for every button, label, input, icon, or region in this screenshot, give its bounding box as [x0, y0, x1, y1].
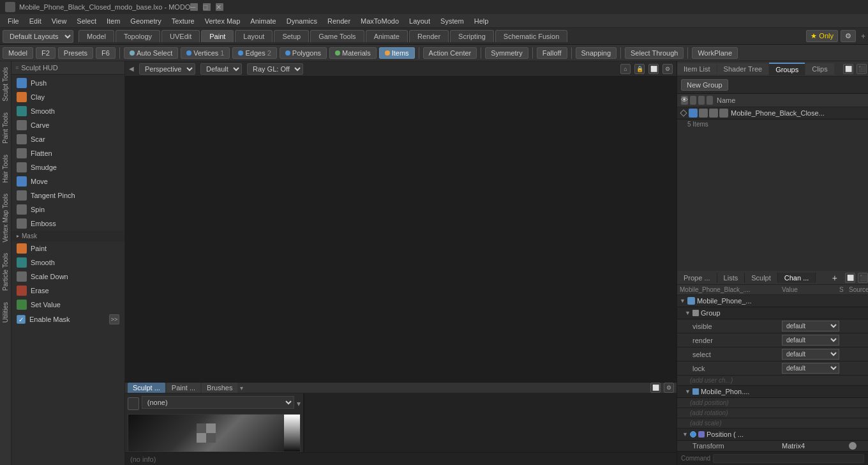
render-mode-dropdown[interactable]: Ray GL: Off: [247, 63, 303, 75]
bottom-tab-sculpt[interactable]: Sculpt ...: [128, 383, 165, 393]
props-add-button[interactable]: +: [828, 271, 841, 284]
group-eye-icon[interactable]: [689, 109, 698, 118]
menu-dynamics[interactable]: Dynamics: [281, 16, 322, 26]
view-type-dropdown[interactable]: Perspective: [139, 63, 195, 75]
select-through-btn[interactable]: Select Through: [625, 47, 684, 59]
right-tab-groups[interactable]: Groups: [769, 63, 805, 75]
side-tab-utilities[interactable]: Utilities: [0, 296, 11, 328]
menu-texture[interactable]: Texture: [167, 16, 200, 26]
close-button[interactable]: ✕: [216, 3, 223, 11]
vp-lock-btn[interactable]: 🔒: [634, 64, 645, 74]
tool-tangent-pinch[interactable]: Tangent Pinch: [11, 188, 124, 202]
menu-edit[interactable]: Edit: [24, 16, 47, 26]
tool-scar[interactable]: Scar: [11, 132, 124, 146]
tool-push[interactable]: Push: [11, 76, 124, 90]
expand-button[interactable]: >>: [109, 314, 119, 324]
tool-clay[interactable]: Clay: [11, 90, 124, 104]
chan-visible-value[interactable]: default: [782, 321, 839, 332]
props-expand-btn[interactable]: ⬜: [845, 273, 855, 283]
star-button[interactable]: ★ Only: [806, 30, 838, 42]
vp-nav-back[interactable]: ◀: [129, 65, 134, 72]
chan-add-scale[interactable]: (add scale): [677, 418, 868, 429]
mask-tool-scale-down[interactable]: Scale Down: [11, 270, 124, 284]
layout-tab-render[interactable]: Render: [409, 30, 449, 42]
bottom-gear-btn[interactable]: ⚙: [664, 383, 674, 393]
layout-tab-layout[interactable]: Layout: [235, 30, 273, 42]
menu-help[interactable]: Help: [469, 16, 494, 26]
layout-gear-button[interactable]: ⚙: [841, 30, 856, 42]
props-tab-lists[interactable]: Lists: [717, 273, 745, 283]
chan-add-rotation[interactable]: (add rotation): [677, 408, 868, 418]
col-eye-icon[interactable]: 👁: [681, 96, 688, 105]
chan-render-value[interactable]: default: [782, 335, 839, 346]
polygons-btn[interactable]: Polygons: [280, 47, 327, 59]
snapping-btn[interactable]: Snapping: [576, 47, 617, 59]
layout-tab-gametools[interactable]: Game Tools: [310, 30, 364, 42]
side-tab-hair[interactable]: Hair Tools: [0, 149, 11, 188]
tool-move[interactable]: Move: [11, 174, 124, 188]
menu-select[interactable]: Select: [71, 16, 101, 26]
props-tab-channels[interactable]: Chan ...: [778, 273, 816, 283]
chan-root-item[interactable]: ▼ Mobile_Phone_...: [677, 295, 868, 307]
chan-lock-value[interactable]: default: [782, 363, 839, 374]
right-tab-shadertree[interactable]: Shader Tree: [717, 63, 769, 75]
tool-spin[interactable]: Spin: [11, 202, 124, 217]
vp-maximize-btn[interactable]: ⬜: [648, 64, 659, 74]
brush-dropdown-arrow[interactable]: ▾: [297, 399, 301, 408]
presets-btn[interactable]: Presets: [58, 47, 93, 59]
right-expand-btn[interactable]: ⬜: [843, 64, 853, 74]
layout-tab-uvedit[interactable]: UVEdit: [161, 30, 200, 42]
mode-model-btn[interactable]: Model: [3, 47, 33, 59]
action-center-btn[interactable]: Action Center: [423, 47, 477, 59]
chan-position-section[interactable]: ▼ Position ( ...: [677, 429, 868, 441]
tool-set-value[interactable]: Set Value: [11, 298, 124, 312]
right-maximize-btn[interactable]: ⬛: [857, 64, 867, 74]
side-tab-vertexmap[interactable]: Vertex Map Tools: [0, 188, 11, 248]
chan-select-value[interactable]: default: [782, 349, 839, 360]
props-tab-sculpt[interactable]: Sculpt: [745, 273, 778, 283]
chan-mobile-section[interactable]: ▼ Mobile_Phon....: [677, 386, 868, 398]
menu-vertexmap[interactable]: Vertex Map: [200, 16, 246, 26]
brushes-dropdown-arrow[interactable]: ▾: [240, 385, 243, 392]
mask-tool-paint[interactable]: Paint: [11, 241, 124, 255]
auto-select-btn[interactable]: Auto Select: [124, 47, 178, 59]
bottom-expand-btn[interactable]: ⬜: [650, 383, 661, 393]
tool-erase[interactable]: Erase: [11, 284, 124, 298]
new-group-button[interactable]: New Group: [681, 79, 728, 91]
vertices-btn[interactable]: Vertices 1: [181, 47, 230, 59]
items-btn[interactable]: Items: [379, 47, 415, 59]
f6-btn[interactable]: F6: [96, 47, 116, 59]
tool-flatten[interactable]: Flatten: [11, 146, 124, 160]
tool-smudge[interactable]: Smudge: [11, 160, 124, 174]
side-tab-paint[interactable]: Paint Tools: [0, 107, 11, 149]
chan-transform-gear[interactable]: [849, 442, 857, 450]
vp-home-btn[interactable]: ⌂: [620, 64, 631, 74]
layout-tab-paint[interactable]: Paint: [201, 30, 234, 42]
menu-item[interactable]: Item: [101, 16, 125, 26]
layout-dropdown[interactable]: Default Layouts: [3, 30, 73, 43]
layout-tab-schematic[interactable]: Schematic Fusion: [495, 30, 567, 42]
layout-tab-setup[interactable]: Setup: [274, 30, 309, 42]
command-input[interactable]: [713, 454, 864, 463]
materials-btn[interactable]: Materials: [329, 47, 377, 59]
falloff-btn[interactable]: Falloff: [537, 47, 567, 59]
right-tab-clips[interactable]: Clips: [805, 63, 834, 75]
chan-group-section[interactable]: ▼ Group: [677, 307, 868, 319]
bottom-tab-paint[interactable]: Paint ...: [167, 383, 200, 393]
bottom-tab-brushes[interactable]: Brushes: [202, 383, 237, 393]
props-tab-properties[interactable]: Prope ...: [677, 273, 717, 283]
menu-layout[interactable]: Layout: [404, 16, 435, 26]
minimize-button[interactable]: ─: [190, 3, 198, 11]
layout-tab-animate[interactable]: Animate: [366, 30, 408, 42]
chan-add-user-1[interactable]: (add user ch...): [677, 376, 868, 386]
symmetry-btn[interactable]: Symmetry: [485, 47, 528, 59]
side-tab-particle[interactable]: Particle Tools: [0, 247, 11, 296]
tool-smooth[interactable]: Smooth: [11, 104, 124, 118]
enable-mask-checkbox[interactable]: ✓: [17, 315, 26, 324]
add-layout-button[interactable]: +: [861, 32, 865, 41]
layout-tab-model[interactable]: Model: [79, 30, 114, 42]
menu-view[interactable]: View: [47, 16, 72, 26]
tool-emboss[interactable]: Emboss: [11, 217, 124, 231]
chan-position-check[interactable]: [690, 431, 696, 438]
menu-maxtomodo[interactable]: MaxToModo: [355, 16, 404, 26]
